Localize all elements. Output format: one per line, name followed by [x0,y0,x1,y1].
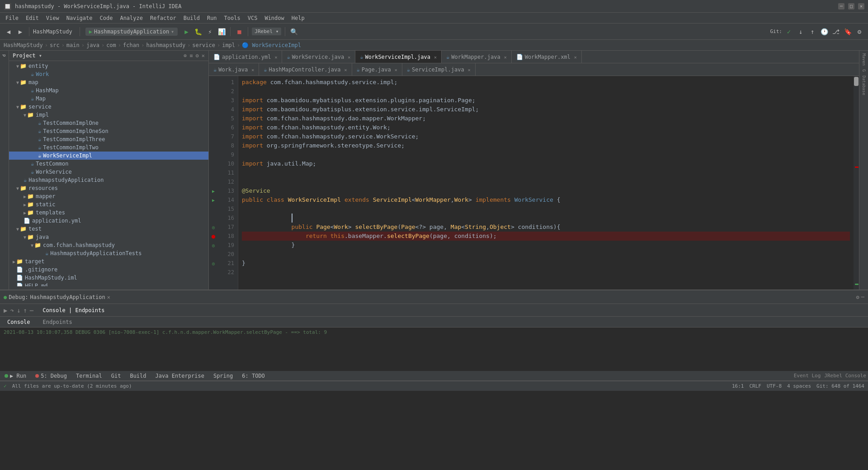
maven-panel[interactable]: Maven [861,52,867,66]
run-button[interactable]: ▶ [181,27,191,37]
tab-close-hmc[interactable]: ✕ [344,67,347,72]
bc-java[interactable]: java [86,42,99,48]
tree-mapper-folder[interactable]: ▶ 📁 mapper [9,192,208,200]
settings-icon[interactable]: ⚙ [196,52,199,59]
debug-button-bar[interactable]: 5: Debug [33,372,70,380]
inner-tab-endpoints[interactable]: Endpoints [39,318,76,326]
event-log-label[interactable]: Event Log [794,373,821,379]
tree-map[interactable]: ▼ 📁 map [9,78,208,86]
tab-close-page[interactable]: ✕ [395,67,397,72]
git-checkmark[interactable]: ✓ [784,27,794,37]
stop-button[interactable]: ■ [234,27,244,37]
tab-work[interactable]: ☕ Work.java ✕ [209,63,259,76]
debug-close-btn[interactable]: ✕ [107,294,110,300]
git-history[interactable]: 🕐 [819,27,829,37]
search-everywhere[interactable]: 🔍 [289,27,299,37]
debug-resume-icon[interactable]: ▶ [4,307,7,314]
bc-impl[interactable]: impl [222,42,235,48]
debug-step-into-icon[interactable]: ↓ [17,307,20,314]
tree-help-md[interactable]: 📄 HELP.md [9,282,208,286]
tree-static-folder[interactable]: ▶ 📁 static [9,200,208,209]
debug-settings-icon[interactable]: ⚙ [856,294,859,300]
tree-test-folder[interactable]: ▼ 📁 test [9,225,208,233]
strip-project[interactable]: P [1,52,8,59]
debug-step-out-icon[interactable]: ↑ [23,307,27,314]
code-editor[interactable]: ▶ ▶ ◎ ● ◎ ◎ [209,76,859,290]
tree-application-yml[interactable]: 📄 application.yml [9,217,208,225]
bookmark-button[interactable]: 🔖 [843,27,853,37]
run-button-bar[interactable]: ▶ Run [2,372,29,380]
status-crlf[interactable]: CRLF [749,383,761,389]
status-position[interactable]: 16:1 [732,383,744,389]
tree-testcommon[interactable]: ☕ TestCommon [9,160,208,168]
tree-testcommonimplthree[interactable]: ☕ TestCommonImplThree [9,135,208,143]
tree-hashmap[interactable]: ☕ HashMap [9,86,208,95]
tree-testcommonimploneson[interactable]: ☕ TestCommonImplOneSon [9,127,208,135]
jrebel-console-label[interactable]: JRebel Console [824,373,866,379]
git-button-bar[interactable]: Git [108,372,124,380]
tree-com-fchan[interactable]: ▼ 📁 com.fchan.hashmapstudy [9,241,208,249]
minimize-button[interactable]: ─ [838,3,844,9]
bc-hashmapstudy[interactable]: HashMapStudy [4,42,43,48]
java-enterprise-button-bar[interactable]: Java Enterprise [153,372,207,380]
tab-workmapper[interactable]: ☕ WorkMapper.java ✕ [442,51,512,63]
collapse-icon[interactable]: ≡ [189,52,193,59]
coverage-button[interactable]: ⚡ [205,27,215,37]
bc-service[interactable]: service [192,42,215,48]
tree-resources[interactable]: ▼ 📁 resources [9,184,208,192]
menu-vcs[interactable]: VCS [244,14,261,22]
tab-close-ws[interactable]: ✕ [348,55,350,60]
tab-workserviceimpl[interactable]: ☕ WorkServiceImpl.java ✕ [355,51,442,63]
bc-com[interactable]: com [106,42,116,48]
tab-close-work[interactable]: ✕ [251,67,254,72]
back-button[interactable]: ◀ [4,27,14,37]
menu-run[interactable]: Run [203,14,221,22]
tree-impl-folder[interactable]: ▼ 📁 impl [9,111,208,119]
expand-all-icon[interactable]: ⊕ [184,52,187,59]
bc-workserviceimpl[interactable]: 🔵 WorkServiceImpl [242,42,301,48]
debug-more-icon[interactable]: ⋯ [30,307,33,314]
tree-mapclass[interactable]: ☕ Map [9,95,208,103]
terminal-button-bar[interactable]: Terminal [73,372,105,380]
build-button-bar[interactable]: Build [127,372,149,380]
tab-workservice[interactable]: ☕ WorkService.java ✕ [282,51,355,63]
menu-window[interactable]: Window [261,14,288,22]
tab-hashmapcontroller[interactable]: ☕ HashMapController.java ✕ [259,63,352,76]
tree-testcommonimplone[interactable]: ☕ TestCommonImplOne [9,119,208,127]
bc-hashmapstudy2[interactable]: hashmapstudy [146,42,185,48]
menu-help[interactable]: Help [288,14,308,22]
bc-src[interactable]: src [50,42,60,48]
spring-button-bar[interactable]: Spring [211,372,236,380]
tab-workmapper-xml[interactable]: 📄 WorkMapper.xml ✕ [512,51,582,63]
run-config[interactable]: ▶ HashmapstudyApplication ▾ [85,28,178,36]
tab-close-wmx[interactable]: ✕ [574,55,577,60]
tab-close-yml[interactable]: ✕ [274,55,277,60]
tab-page[interactable]: ☕ Page.java ✕ [352,63,402,76]
profile-button[interactable]: 📊 [217,27,226,37]
tree-iml[interactable]: 📄 HashMapStudy.iml [9,274,208,282]
menu-navigate[interactable]: Navigate [63,14,96,22]
window-controls[interactable]: ─ □ ✕ [838,3,864,9]
tree-app-tests[interactable]: ☕ HashmapstudyApplicationTests [9,249,208,257]
tree-workservice[interactable]: ☕ WorkService [9,168,208,176]
git-update[interactable]: ↓ [796,27,806,37]
debug-min-icon[interactable]: ─ [861,294,864,300]
tab-application-yml[interactable]: 📄 application.yml ✕ [209,51,282,63]
database-panel[interactable]: Database [861,75,867,96]
menu-code[interactable]: Code [96,14,117,22]
menu-tools[interactable]: Tools [221,14,244,22]
menu-view[interactable]: View [42,14,63,22]
tab-close-wm[interactable]: ✕ [504,55,507,60]
inner-tab-console[interactable]: Console [4,318,34,326]
bc-main[interactable]: main [66,42,80,48]
status-encoding[interactable]: UTF-8 [767,383,782,389]
menu-refactor[interactable]: Refactor [146,14,180,22]
editor-scrollbar[interactable] [854,76,859,290]
tree-gitignore[interactable]: 📄 .gitignore [9,266,208,274]
maximize-button[interactable]: □ [848,3,854,9]
git-push[interactable]: ↑ [807,27,817,37]
todo-button-bar[interactable]: 6: TODO [239,372,268,380]
menu-edit[interactable]: Edit [22,14,42,22]
tree-testcommonimpltwo[interactable]: ☕ TestCommonImplTwo [9,143,208,152]
code-content[interactable]: package com.fchan.hashmapstudy.service.i… [238,76,854,290]
